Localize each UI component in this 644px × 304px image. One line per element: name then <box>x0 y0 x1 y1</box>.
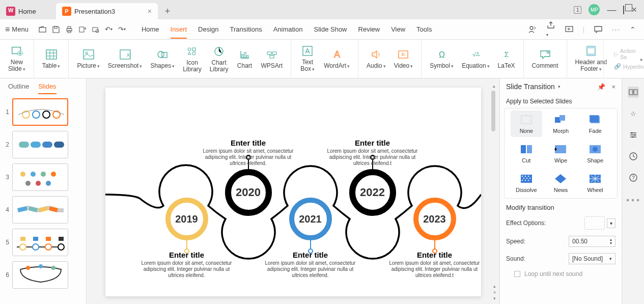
ribbon-textbox[interactable]: ATextBox <box>295 40 320 78</box>
tab-home[interactable]: Home <box>0 3 56 19</box>
star-tool-icon[interactable]: ☆ <box>628 108 639 119</box>
settings-tool-icon[interactable] <box>628 129 639 141</box>
print-preview-icon[interactable] <box>91 24 101 35</box>
menu-label: Menu <box>12 25 29 33</box>
svg-point-64 <box>39 264 43 268</box>
menu-tab-animation[interactable]: Animation <box>273 25 303 33</box>
share-icon[interactable]: ▾ <box>546 21 555 38</box>
present-icon[interactable] <box>565 25 574 34</box>
transition-news[interactable]: News <box>545 170 577 196</box>
transition-label: Morph <box>553 128 569 134</box>
slides-tab[interactable]: Slides <box>38 82 56 94</box>
ribbon-video[interactable]: Video <box>390 40 417 78</box>
thumb-3[interactable] <box>12 163 68 191</box>
thumb-5[interactable] <box>12 229 68 256</box>
thumb-4[interactable] <box>12 196 68 224</box>
edit-user-icon[interactable] <box>528 25 537 34</box>
speed-input[interactable]: 00.50 ▴▾ <box>569 236 615 247</box>
thumb-row-3[interactable]: 3 <box>3 163 83 191</box>
thumb-row-2[interactable]: 2 <box>3 131 83 158</box>
wipe-icon <box>553 143 568 155</box>
pin-icon[interactable]: 📌 <box>597 83 605 91</box>
menu-tab-review[interactable]: Review <box>358 25 380 33</box>
thumb-row-1[interactable]: 1 <box>3 98 83 126</box>
collapse-ribbon-icon[interactable]: ⌃ <box>630 25 636 34</box>
menu-tab-slide-show[interactable]: Slide Show <box>314 25 347 33</box>
sound-select[interactable]: [No Sound] ▾ <box>569 253 615 264</box>
undo-icon[interactable]: ↶▾ <box>104 24 114 35</box>
menu-tab-home[interactable]: Home <box>142 25 159 33</box>
loop-checkbox[interactable] <box>514 271 520 277</box>
transition-cut[interactable]: Cut <box>511 140 542 167</box>
menu-tab-tools[interactable]: Tools <box>416 25 432 33</box>
menu-tab-view[interactable]: View <box>391 25 405 33</box>
transition-tool-icon[interactable] <box>628 87 639 98</box>
svg-rect-62 <box>59 237 64 241</box>
menu-tab-insert[interactable]: Insert <box>171 25 187 39</box>
minimize-button[interactable]: — <box>607 5 616 15</box>
add-tab-button[interactable]: + <box>158 3 177 19</box>
transition-none[interactable]: None <box>511 110 542 137</box>
ribbon-symbol[interactable]: ΩSymbol <box>426 40 458 78</box>
menu-button[interactable]: ≡ Menu <box>0 19 34 39</box>
slide-canvas[interactable]: 2019Enter titleLorem ipsum dolor sit ame… <box>105 88 481 296</box>
open-icon[interactable] <box>38 24 48 35</box>
ribbon-audio[interactable]: Audio <box>362 40 390 78</box>
thumb-row-5[interactable]: 5 <box>3 229 83 256</box>
menu-tab-design[interactable]: Design <box>198 25 218 33</box>
user-avatar[interactable]: MP <box>589 4 600 15</box>
close-tab-icon[interactable]: × <box>148 7 152 15</box>
ribbon-icon-lib[interactable]: IconLibrary <box>179 40 206 78</box>
ribbon-chart-lib[interactable]: ChartLibrary <box>206 40 233 78</box>
transition-dissolve[interactable]: Dissolve <box>511 170 542 196</box>
ribbon-wpsart[interactable]: WPSArt <box>257 40 287 78</box>
transition-shape[interactable]: Shape <box>579 140 611 167</box>
export-icon[interactable] <box>77 24 88 35</box>
restore-button[interactable] <box>623 6 624 14</box>
ribbon-wordart[interactable]: AWordArt <box>320 40 354 78</box>
menu-tab-transitions[interactable]: Transitions <box>230 25 262 33</box>
wordart-icon: A <box>331 48 343 61</box>
save-icon[interactable] <box>51 24 61 35</box>
tab-file[interactable]: P Presentation3 × <box>56 3 158 19</box>
ribbon-screenshot[interactable]: Screenshot <box>104 40 147 78</box>
more-icon[interactable]: ··· <box>612 25 621 33</box>
transition-fade[interactable]: Fade <box>579 110 611 137</box>
redo-icon[interactable]: ↷▾ <box>117 24 127 35</box>
scroll-buttons[interactable]: ▴≡▾ <box>493 284 496 301</box>
history-tool-icon[interactable] <box>628 151 639 162</box>
ribbon-equation[interactable]: √xEquation <box>458 40 493 78</box>
ribbon-new-slide[interactable]: NewSlide <box>4 40 30 78</box>
ribbon-table[interactable]: Table <box>38 40 65 78</box>
thumb-1[interactable] <box>12 98 68 126</box>
print-icon[interactable] <box>64 24 74 35</box>
ribbon-chart[interactable]: Chart <box>233 40 257 78</box>
svg-point-56 <box>33 244 39 250</box>
transition-wipe[interactable]: Wipe <box>545 140 577 167</box>
chart-lib-icon <box>213 45 225 58</box>
ribbon-latex[interactable]: ΣLaTeX <box>494 40 519 78</box>
thumb-6[interactable] <box>12 261 68 289</box>
thumb-row-4[interactable]: 4 <box>3 196 83 224</box>
thumb-2[interactable] <box>12 131 68 158</box>
ribbon-shapes[interactable]: Shapes <box>146 40 179 78</box>
ribbon-picture[interactable]: Picture <box>73 40 103 78</box>
thumb-row-6[interactable]: 6 <box>3 261 83 289</box>
effect-options-dropdown[interactable]: ▾ <box>607 218 615 228</box>
close-pane-icon[interactable]: × <box>611 83 615 91</box>
vertical-scrollbar[interactable]: ▴ <box>491 84 496 287</box>
svg-point-40 <box>22 111 30 118</box>
apply-label: Apply to Selected Slides <box>500 95 622 108</box>
svg-point-18 <box>188 48 191 51</box>
more-tools-icon[interactable]: ∘∘∘ <box>628 194 639 205</box>
transition-morph[interactable]: Morph <box>545 110 577 137</box>
help-tool-icon[interactable]: ? <box>628 172 639 183</box>
comment-icon[interactable] <box>594 25 603 34</box>
svg-rect-60 <box>33 237 38 241</box>
ribbon-overflow[interactable]: ▷Action Se 🔗Hyperlink ▸ <box>603 40 644 78</box>
outline-tab[interactable]: Outline <box>8 82 29 94</box>
window-badge[interactable]: 1 <box>574 6 582 14</box>
quick-access-toolbar: ↶▾ ↷▾ <box>34 24 131 35</box>
transition-wheel[interactable]: Wheel <box>579 170 611 196</box>
ribbon-comment[interactable]: Comment <box>528 40 563 78</box>
